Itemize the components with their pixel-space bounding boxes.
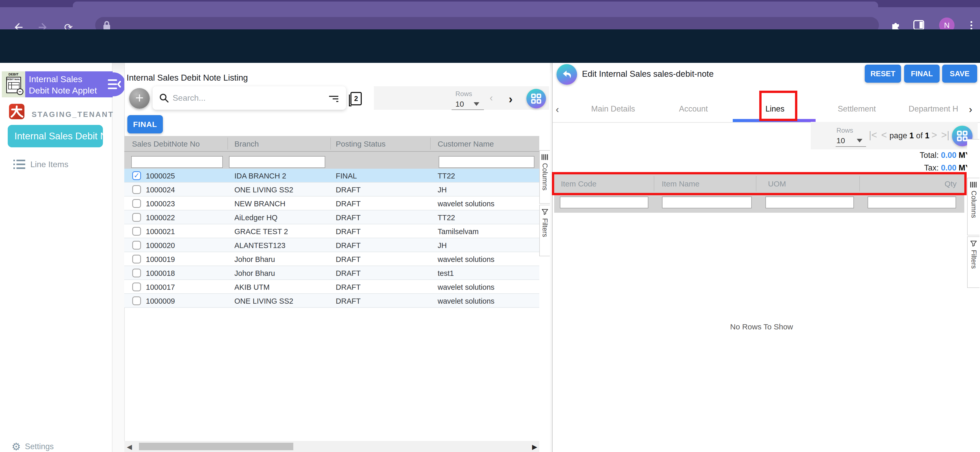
final-button[interactable]: FINAL <box>904 65 940 83</box>
final-filter-button[interactable]: FINAL <box>127 115 163 133</box>
table-cell: NEW BRANCH <box>234 200 285 208</box>
multi-view-icon[interactable]: 2 <box>350 92 362 105</box>
prev-page-icon[interactable]: < <box>881 129 887 141</box>
save-button[interactable]: SAVE <box>942 65 977 83</box>
applet-icon[interactable]: DEBIT DEBIT Note. − <box>2 71 25 97</box>
table-row[interactable]: 1000009ONE LIVING SS2DRAFTwavelet soluti… <box>124 294 539 308</box>
tab-settlement[interactable]: Settlement <box>838 104 876 113</box>
column-header[interactable]: Item Name <box>662 179 700 188</box>
reset-button[interactable]: RESET <box>865 65 901 83</box>
add-record-button[interactable]: + <box>129 88 150 109</box>
column-filter-input[interactable] <box>229 156 325 168</box>
row-checkbox[interactable] <box>132 255 141 264</box>
sidebar-item-line-items[interactable]: Line Items <box>13 159 103 170</box>
table-row[interactable]: 1000017AKIB UTMDRAFTwavelet solutions <box>124 280 539 294</box>
scrollbar-thumb[interactable] <box>139 443 293 450</box>
collapse-menu-icon[interactable] <box>108 78 121 90</box>
table-row[interactable]: 1000019Johor BharuDRAFTwavelet solutions <box>124 252 539 266</box>
sidebar-item-internal-sales-debit-note[interactable]: Internal Sales Debit No <box>8 125 103 147</box>
tenant-icon[interactable] <box>9 104 24 119</box>
table-cell: DRAFT <box>336 297 361 305</box>
side-tab-filters[interactable]: Filters <box>967 236 980 288</box>
row-checkbox[interactable] <box>132 283 141 291</box>
last-page-icon[interactable]: >| <box>941 129 950 141</box>
tab-account[interactable]: Account <box>679 104 708 113</box>
column-header[interactable]: Sales DebitNote No <box>132 140 200 149</box>
browser-toolbar: ⟳ akaun.cloud/#/applets/tnt/wavelet/erp/… <box>0 7 980 29</box>
side-tab-columns[interactable]: Columns <box>539 150 550 204</box>
row-checkbox[interactable] <box>132 185 141 194</box>
rows-dropdown-caret-icon[interactable] <box>474 102 479 106</box>
first-page-icon[interactable]: |< <box>869 129 877 141</box>
next-page-icon[interactable]: › <box>509 92 512 106</box>
tabs-scroll-left-icon[interactable]: ‹ <box>556 104 559 115</box>
tab-lines[interactable]: Lines <box>765 104 784 113</box>
table-row[interactable]: 1000024ONE LIVING SS2DRAFTJH <box>124 183 539 196</box>
sidebar-item-internal-sales-debit-note-applet[interactable]: Internal Sales Debit Note Applet <box>25 71 113 97</box>
tabs-scroll-right-icon[interactable]: › <box>969 104 972 115</box>
row-checkbox[interactable] <box>132 296 141 305</box>
column-filter-input[interactable] <box>765 196 854 208</box>
browser-active-tab[interactable] <box>73 2 878 7</box>
next-page-icon[interactable]: > <box>931 129 937 141</box>
column-filter-input[interactable] <box>560 196 648 208</box>
filter-funnel-icon <box>542 209 548 215</box>
column-filter-input[interactable] <box>439 156 535 168</box>
row-checkbox[interactable] <box>132 241 141 249</box>
sidebar-item-settings[interactable]: ⚙ Settings <box>11 441 102 452</box>
rows-underline <box>836 146 866 147</box>
rows-per-page-select[interactable]: 10 <box>837 136 845 145</box>
table-cell: 1000024 <box>146 186 175 194</box>
table-row[interactable]: 1000022AiLedger HQDRAFTTT22 <box>124 211 539 224</box>
column-header[interactable]: Posting Status <box>336 140 385 149</box>
line-items-label: Line Items <box>30 160 68 169</box>
search-input[interactable] <box>173 93 328 103</box>
tab-department-h[interactable]: Department H <box>909 104 958 113</box>
table-row[interactable]: 1000018Johor BharuDRAFTtest1 <box>124 266 539 280</box>
table-cell: DRAFT <box>336 255 361 264</box>
row-checkbox[interactable]: ✓ <box>132 171 141 180</box>
column-filter-input[interactable] <box>867 196 956 208</box>
table-cell: 1000019 <box>146 255 175 264</box>
column-header[interactable]: Qty <box>945 179 956 188</box>
table-row[interactable]: 1000021GRACE TEST 2DRAFTTamilselvam <box>124 224 539 238</box>
search-filter-icon[interactable] <box>328 94 338 102</box>
column-header[interactable]: Item Code <box>561 179 597 188</box>
side-tab-filters[interactable]: Filters <box>539 205 550 256</box>
scroll-right-icon[interactable]: ▶ <box>532 443 537 451</box>
row-checkbox[interactable] <box>132 199 141 208</box>
side-tab-columns[interactable]: Columns <box>967 178 980 235</box>
table-row[interactable]: ✓1000025IDA BRANCH 2FINALTT22 <box>124 169 539 183</box>
table-row[interactable]: 1000023NEW BRANCHDRAFTwavelet solutions <box>124 196 539 211</box>
table-cell: DRAFT <box>336 214 361 222</box>
rows-per-page-select[interactable]: 10 <box>455 100 464 109</box>
back-button[interactable] <box>557 64 577 85</box>
column-filter-input[interactable] <box>662 196 752 208</box>
table-cell: 1000022 <box>146 214 175 222</box>
side-panel-icon[interactable] <box>913 20 924 30</box>
back-arrow-icon <box>562 70 572 79</box>
grid-view-button[interactable] <box>527 89 546 109</box>
tenant-name: STAGING_TENANT <box>32 110 114 119</box>
column-filter-input[interactable] <box>131 156 223 168</box>
table-row[interactable]: 1000020ALANTEST123DRAFTJH <box>124 238 539 252</box>
row-checkbox[interactable] <box>132 213 141 222</box>
applet-title-line1: Internal Sales <box>29 73 113 85</box>
table-cell: DRAFT <box>336 186 361 194</box>
row-checkbox[interactable] <box>132 227 141 236</box>
scroll-left-icon[interactable]: ◀ <box>127 443 132 451</box>
table-cell: wavelet solutions <box>438 283 495 292</box>
column-header[interactable]: Branch <box>234 140 259 149</box>
horizontal-scrollbar[interactable]: ◀ ▶ <box>124 441 539 452</box>
column-header[interactable]: Customer Name <box>438 140 494 149</box>
rows-dropdown-caret-icon[interactable] <box>857 139 862 142</box>
row-checkbox[interactable] <box>132 268 141 277</box>
rows-underline <box>452 109 484 110</box>
extensions-puzzle-icon[interactable] <box>890 20 900 30</box>
detail-title: Edit Internal Sales sales-debit-note <box>582 69 714 79</box>
table-cell: Johor Bharu <box>234 269 275 278</box>
table-cell: Johor Bharu <box>234 255 275 264</box>
tab-main-details[interactable]: Main Details <box>591 104 635 113</box>
column-header[interactable]: UOM <box>768 179 786 188</box>
prev-page-icon[interactable]: ‹ <box>490 93 493 104</box>
